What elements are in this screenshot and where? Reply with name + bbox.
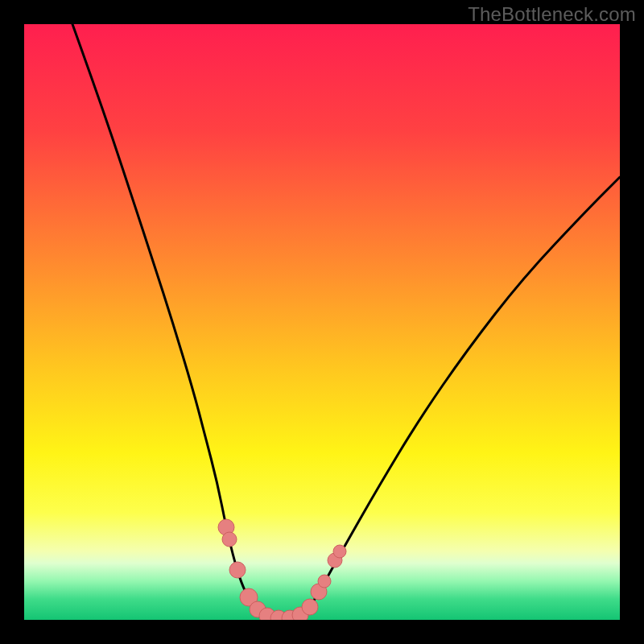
marker-right-low [302, 599, 318, 615]
chart-frame: TheBottleneck.com [0, 0, 644, 644]
marker-right-mid-b [318, 575, 331, 588]
chart-svg [24, 24, 620, 620]
watermark-text: TheBottleneck.com [468, 3, 636, 26]
marker-left-top-pair-b [222, 532, 237, 547]
gradient-background [24, 24, 620, 620]
plot-area [24, 24, 620, 620]
marker-left-mid [229, 562, 246, 578]
marker-right-top-b [333, 545, 346, 558]
